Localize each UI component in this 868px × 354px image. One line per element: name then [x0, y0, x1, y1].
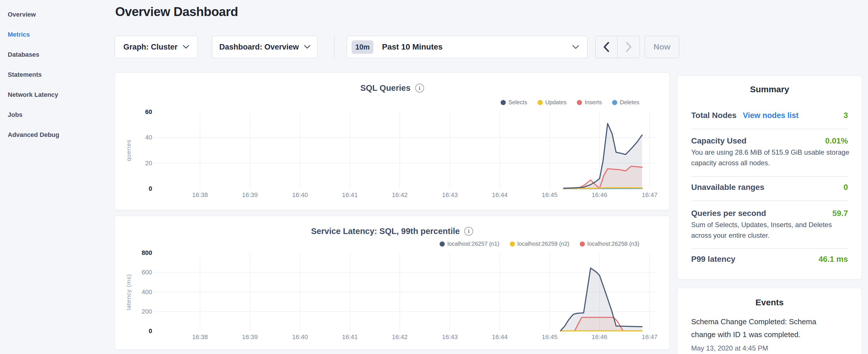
summary-value: 0: [843, 183, 848, 192]
chevron-right-icon: [625, 41, 632, 53]
x-tick: 16:40: [292, 333, 308, 341]
summary-value: 59.7: [833, 209, 848, 218]
summary-label: Total Nodes: [691, 111, 737, 120]
x-tick: 16:42: [392, 333, 407, 341]
summary-row-capacity: Capacity Used 0.01%: [691, 136, 848, 146]
x-tick: 16:45: [541, 191, 557, 199]
summary-value: 3: [843, 111, 848, 120]
x-tick: 16:44: [492, 333, 507, 341]
summary-label: Capacity Used: [691, 136, 746, 146]
sql-queries-plot[interactable]: [115, 73, 670, 211]
summary-label: P99 latency: [691, 255, 735, 264]
x-tick: 16:43: [442, 333, 458, 341]
events-panel: Events Schema Change Completed: Schema c…: [677, 288, 862, 354]
x-tick: 16:44: [492, 191, 507, 199]
summary-row-unavailable-ranges: Unavailable ranges 0: [691, 183, 848, 192]
chevron-down-icon: [183, 45, 189, 49]
summary-label: Unavailable ranges: [691, 183, 764, 192]
x-tick: 16:45: [541, 333, 557, 341]
prev-time-button[interactable]: [595, 36, 618, 58]
x-tick: 16:46: [591, 333, 607, 341]
event-message: Schema Change Completed: Schema change w…: [691, 315, 832, 341]
service-latency-chart-card: Service Latency: SQL, 99th percentile i …: [115, 216, 670, 350]
next-time-button[interactable]: [618, 36, 640, 58]
x-tick: 16:40: [292, 191, 308, 199]
x-tick: 16:43: [442, 191, 458, 199]
summary-row-p99-latency: P99 latency 46.1 ms: [691, 255, 848, 264]
summary-description: Sum of Selects, Updates, Inserts, and De…: [691, 219, 849, 240]
graph-scope-dropdown[interactable]: Graph: Cluster: [115, 36, 198, 58]
summary-heading: Summary: [677, 85, 862, 94]
sidebar-item-network-latency[interactable]: Network Latency: [0, 85, 115, 105]
summary-value: 0.01%: [825, 136, 848, 146]
events-heading: Events: [677, 297, 862, 307]
time-range-label: Past 10 Minutes: [382, 42, 443, 52]
sidebar-item-advanced-debug[interactable]: Advanced Debug: [0, 125, 115, 145]
service-latency-plot[interactable]: [115, 216, 670, 350]
dashboard-dropdown[interactable]: Dashboard: Overview: [212, 36, 317, 58]
toolbar-divider: [334, 36, 335, 58]
summary-description: You are using 28.6 MiB of 515.9 GiB usab…: [691, 147, 849, 168]
sidebar-item-statements[interactable]: Statements: [0, 65, 115, 85]
x-tick: 16:39: [242, 191, 258, 199]
divider: [691, 129, 848, 129]
sidebar-item-jobs[interactable]: Jobs: [0, 105, 115, 125]
divider: [691, 176, 848, 177]
x-tick: 16:41: [342, 333, 358, 341]
divider: [691, 200, 848, 201]
page-title: Overview Dashboard: [115, 5, 238, 19]
x-tick: 16:38: [192, 191, 208, 199]
time-range-badge: 10m: [351, 40, 373, 54]
x-tick: 16:47: [642, 333, 657, 341]
x-tick: 16:47: [642, 191, 657, 199]
sidebar-item-databases[interactable]: Databases: [0, 45, 115, 65]
summary-value: 46.1 ms: [818, 255, 848, 264]
x-tick: 16:41: [342, 191, 358, 199]
x-tick: 16:39: [242, 333, 258, 341]
overview-dashboard-page: Overview Metrics Databases Statements Ne…: [0, 0, 868, 354]
x-tick: 16:46: [591, 191, 607, 199]
x-tick: 16:38: [192, 333, 208, 341]
time-range-picker[interactable]: 10m Past 10 Minutes: [347, 36, 587, 58]
time-step-buttons: [595, 36, 640, 58]
divider: [691, 248, 848, 249]
sidebar-item-overview[interactable]: Overview: [0, 5, 115, 25]
sidebar-item-metrics[interactable]: Metrics: [0, 25, 115, 45]
view-nodes-list-link[interactable]: View nodes list: [743, 111, 799, 120]
sidebar: Overview Metrics Databases Statements Ne…: [0, 0, 115, 354]
sql-queries-chart-card: SQL Queries i Selects Updates Inserts De…: [115, 72, 670, 210]
chevron-down-icon: [304, 45, 310, 49]
graph-scope-dropdown-label: Graph: Cluster: [123, 43, 177, 52]
now-button[interactable]: Now: [645, 36, 679, 58]
chevron-down-icon: [572, 45, 579, 49]
chevron-left-icon: [602, 41, 610, 53]
summary-row-total-nodes: Total Nodes View nodes list 3: [691, 111, 848, 120]
event-timestamp: May 13, 2020 at 4:45 PM: [691, 344, 768, 352]
summary-row-qps: Queries per second 59.7: [691, 209, 848, 218]
dashboard-dropdown-label: Dashboard: Overview: [219, 43, 299, 52]
x-tick: 16:42: [392, 191, 407, 199]
summary-panel: Summary Total Nodes View nodes list 3 Ca…: [677, 75, 862, 280]
summary-label: Queries per second: [691, 209, 766, 218]
